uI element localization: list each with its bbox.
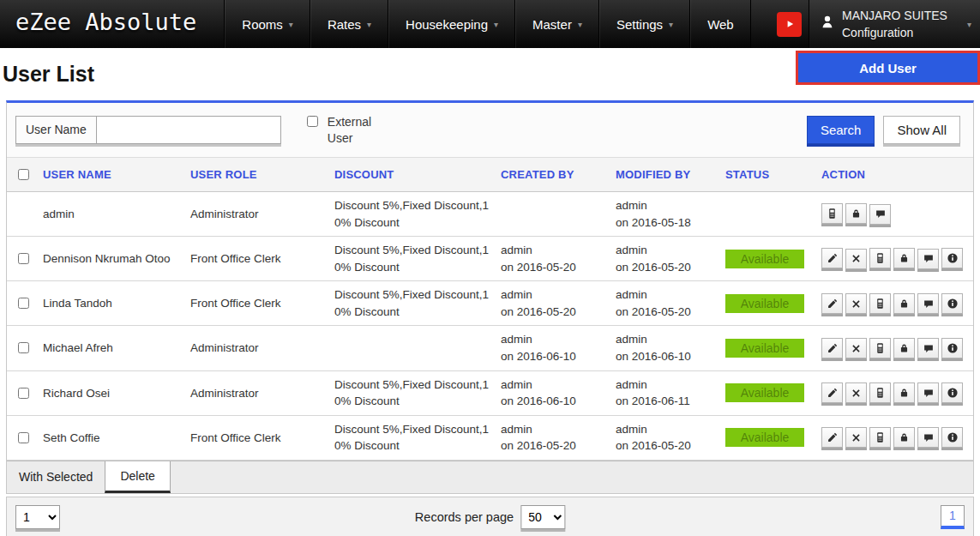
nav-item-settings[interactable]: Settings▾ bbox=[599, 0, 690, 48]
comment-icon bbox=[923, 253, 935, 264]
comment-action-button[interactable] bbox=[917, 427, 939, 448]
user-role-cell: Front Office Clerk bbox=[185, 237, 329, 281]
user-name-input[interactable] bbox=[97, 116, 281, 144]
chevron-down-icon: ▾ bbox=[669, 20, 673, 29]
column-header-modified-by: MODIFIED BY bbox=[610, 158, 720, 192]
lock-action-button[interactable] bbox=[893, 293, 915, 314]
created-by-cell-date: on 2016-05-20 bbox=[501, 437, 605, 455]
comment-action-button[interactable] bbox=[917, 338, 939, 358]
nav-item-rates[interactable]: Rates▾ bbox=[310, 0, 388, 48]
search-buttons: Search Show All bbox=[807, 116, 965, 144]
row-checkbox[interactable] bbox=[18, 253, 29, 264]
info-action-button[interactable] bbox=[941, 382, 963, 403]
mobile-action-button[interactable] bbox=[869, 382, 891, 403]
user-name-cell: Seth Coffie bbox=[38, 415, 185, 460]
info-icon bbox=[947, 342, 959, 354]
row-checkbox[interactable] bbox=[18, 388, 29, 399]
action-cell bbox=[816, 192, 973, 237]
lock-icon bbox=[851, 208, 862, 220]
page-number-button[interactable]: 1 bbox=[941, 505, 965, 529]
lock-action-button[interactable] bbox=[893, 427, 915, 448]
external-user-checkbox[interactable] bbox=[307, 116, 318, 127]
created-by-cell bbox=[496, 192, 610, 237]
nav-item-housekeeping[interactable]: Housekeeping▾ bbox=[388, 0, 515, 48]
info-action-button[interactable] bbox=[941, 248, 963, 268]
lock-action-button[interactable] bbox=[893, 338, 915, 358]
row-checkbox[interactable] bbox=[18, 298, 29, 309]
youtube-wrap bbox=[770, 0, 809, 48]
user-menu[interactable]: MANJARO SUITES Configuration ▾ bbox=[809, 0, 980, 48]
edit-action-button[interactable] bbox=[821, 382, 843, 403]
created-by-cell: adminon 2016-06-10 bbox=[496, 370, 610, 415]
mobile-action-button[interactable] bbox=[869, 338, 891, 358]
page-select[interactable]: 1 bbox=[15, 505, 60, 529]
show-all-button[interactable]: Show All bbox=[883, 116, 960, 144]
status-cell: Available bbox=[720, 415, 816, 460]
edit-action-button[interactable] bbox=[821, 427, 843, 448]
delete-action-button[interactable] bbox=[845, 382, 867, 403]
user-name-cell: Richard Osei bbox=[38, 370, 185, 415]
discount-cell: Discount 5%,Fixed Discount,10% Discount bbox=[329, 415, 496, 460]
modified-by-cell: adminon 2016-05-20 bbox=[610, 281, 720, 326]
add-user-highlight: Add User bbox=[796, 51, 980, 85]
add-user-button[interactable]: Add User bbox=[798, 53, 977, 82]
comment-icon bbox=[923, 388, 935, 399]
external-user-label: External User bbox=[328, 114, 381, 145]
edit-action-button[interactable] bbox=[821, 248, 843, 268]
mobile-action-button[interactable] bbox=[869, 248, 891, 268]
info-action-button[interactable] bbox=[941, 338, 963, 358]
select-all-checkbox[interactable] bbox=[18, 169, 29, 180]
delete-action-button[interactable] bbox=[845, 427, 867, 448]
with-selected-label: With Selected bbox=[7, 461, 105, 493]
edit-action-button[interactable] bbox=[821, 293, 843, 314]
discount-cell: Discount 5%,Fixed Discount,10% Discount bbox=[329, 237, 496, 281]
nav-item-web[interactable]: Web bbox=[690, 0, 751, 48]
edit-icon bbox=[827, 431, 839, 443]
delete-action-button[interactable] bbox=[845, 293, 867, 314]
youtube-icon[interactable] bbox=[777, 12, 802, 37]
records-per-page-select[interactable]: 50 bbox=[520, 505, 565, 529]
created-by-cell: adminon 2016-06-10 bbox=[496, 326, 610, 370]
lock-action-button[interactable] bbox=[845, 203, 867, 224]
mobile-action-button[interactable] bbox=[869, 427, 891, 448]
modified-by-cell: adminon 2016-05-18 bbox=[610, 192, 720, 237]
info-action-button[interactable] bbox=[941, 427, 963, 448]
info-icon bbox=[947, 387, 959, 399]
chevron-down-icon: ▾ bbox=[578, 20, 582, 29]
modified-by-cell-user: admin bbox=[616, 331, 715, 348]
search-button[interactable]: Search bbox=[807, 116, 875, 144]
delete-action-button[interactable] bbox=[845, 249, 867, 269]
mobile-action-button[interactable] bbox=[821, 203, 843, 224]
status-badge: Available bbox=[725, 339, 804, 358]
table-body: adminAdministratorDiscount 5%,Fixed Disc… bbox=[7, 192, 973, 461]
nav-item-label: Rates bbox=[328, 17, 361, 32]
nav-item-rooms[interactable]: Rooms▾ bbox=[225, 0, 310, 48]
nav-item-master[interactable]: Master▾ bbox=[515, 0, 599, 48]
chevron-down-icon: ▾ bbox=[289, 20, 293, 29]
comment-action-button[interactable] bbox=[917, 249, 939, 269]
comment-action-button[interactable] bbox=[869, 204, 891, 225]
status-cell: Available bbox=[720, 281, 816, 326]
delete-action-button[interactable] bbox=[845, 338, 867, 358]
user-icon bbox=[820, 15, 835, 33]
edit-action-button[interactable] bbox=[821, 338, 843, 358]
nav-item-label: Housekeeping bbox=[406, 17, 488, 32]
row-checkbox[interactable] bbox=[18, 342, 29, 353]
delete-icon bbox=[851, 388, 862, 399]
action-cell bbox=[816, 370, 973, 415]
chevron-down-icon: ▾ bbox=[494, 20, 498, 29]
lock-action-button[interactable] bbox=[893, 382, 915, 403]
edit-icon bbox=[827, 342, 839, 354]
comment-action-button[interactable] bbox=[917, 293, 939, 314]
lock-action-button[interactable] bbox=[893, 248, 915, 268]
info-action-button[interactable] bbox=[941, 293, 963, 314]
mobile-action-button[interactable] bbox=[869, 293, 891, 314]
lock-icon bbox=[899, 387, 910, 399]
delete-tab[interactable]: Delete bbox=[105, 461, 170, 493]
row-checkbox[interactable] bbox=[18, 432, 29, 443]
comment-action-button[interactable] bbox=[917, 382, 939, 403]
created-by-cell-date: on 2016-05-20 bbox=[501, 259, 605, 276]
user-account-label: MANJARO SUITES Configuration bbox=[842, 7, 947, 42]
modified-by-cell-date: on 2016-06-10 bbox=[616, 348, 715, 365]
created-by-cell-date: on 2016-06-10 bbox=[501, 348, 605, 365]
